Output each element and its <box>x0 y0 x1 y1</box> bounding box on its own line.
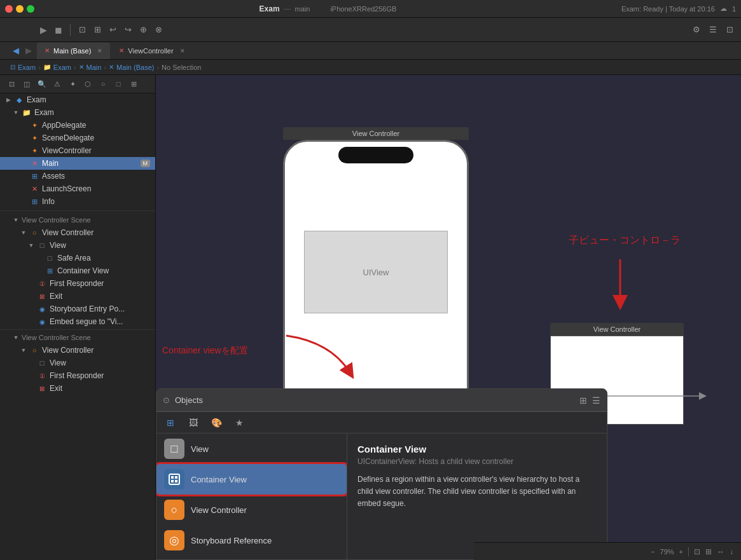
sidebar-icon-3[interactable]: 🔍 <box>36 78 48 90</box>
main-badge: M <box>141 160 151 167</box>
svg-rect-8 <box>175 480 177 482</box>
toolbar-right-1[interactable]: ⚙ <box>690 24 703 36</box>
layout-btn1[interactable]: ⊞ <box>705 547 712 556</box>
maximize-button[interactable] <box>27 5 34 13</box>
exam-folder-label: Exam <box>34 108 54 117</box>
red-highlight-border <box>156 462 347 496</box>
nav-back[interactable]: ◀ <box>10 44 22 57</box>
firstresponder-1-label: First Responder <box>50 279 104 288</box>
outline-firstresponder-1[interactable]: ① First Responder <box>0 277 155 290</box>
tab-close-main[interactable]: ✕ <box>97 48 102 54</box>
sidebar-icon-6[interactable]: ⬡ <box>81 78 94 90</box>
swift-icon-1: ✦ <box>29 120 39 130</box>
sidebar-icon-2[interactable]: ◫ <box>20 78 33 90</box>
list-view-toggle[interactable]: ☰ <box>592 395 600 406</box>
outline-section-1[interactable]: ▼ View Controller Scene <box>0 214 155 226</box>
sidebar-item-exam-folder[interactable]: ▼ 📁 Exam <box>0 106 155 119</box>
toolbar-icon-6[interactable]: ⊗ <box>152 24 165 36</box>
sidebar-icon-8[interactable]: □ <box>112 78 125 90</box>
obj-storyboard-ref[interactable]: ◎ Storyboard Reference <box>156 525 347 556</box>
toolbar-icon-4[interactable]: ↪ <box>121 24 134 36</box>
outline-view-1[interactable]: ▼ □ View <box>0 239 155 252</box>
outline-vc-2[interactable]: ▼ ○ View Controller <box>0 344 155 357</box>
zoom-in-btn[interactable]: + <box>679 548 683 556</box>
sidebar-icon-7[interactable]: ○ <box>97 78 109 90</box>
obj-view-icon: □ <box>164 439 184 459</box>
sidebar-item-viewcontroller[interactable]: ✦ ViewController <box>0 144 155 157</box>
viewcontroller-label: ViewController <box>42 146 92 155</box>
toolbar-right-3[interactable]: ⊡ <box>723 24 736 36</box>
outline-exit-2[interactable]: ⊠ Exit <box>0 382 155 395</box>
outline-vc-1[interactable]: ▼ ○ View Controller <box>0 226 155 239</box>
filter-images[interactable]: 🖼 <box>186 415 201 430</box>
stop-button[interactable]: ◼ <box>52 24 65 36</box>
zoom-out-btn[interactable]: − <box>651 548 654 556</box>
svg-rect-6 <box>175 476 177 479</box>
svg-rect-7 <box>171 480 174 482</box>
sidebar-item-project[interactable]: ▶ ◆ Exam <box>0 93 155 106</box>
toolbar-icon-2[interactable]: ⊞ <box>91 24 104 36</box>
outline-exit-1[interactable]: ⊠ Exit <box>0 290 155 303</box>
sidebar-icon-5[interactable]: ✦ <box>66 78 79 90</box>
obj-viewcontroller[interactable]: ○ View Controller <box>156 495 347 525</box>
fit-btn[interactable]: ⊡ <box>694 547 700 556</box>
sidebar-item-main[interactable]: ✕ Main M <box>0 157 155 170</box>
tab-viewcontroller[interactable]: ✕ ViewController ✕ <box>111 43 192 59</box>
toolbar-icon-5[interactable]: ⊕ <box>137 24 149 36</box>
obj-ref-label: Storyboard Reference <box>191 536 272 545</box>
outline-embed-segue[interactable]: ◉ Embed segue to "Vi... <box>0 315 155 328</box>
toolbar-icon-1[interactable]: ⊡ <box>76 24 88 36</box>
breadcrumb-exam2[interactable]: Exam <box>53 64 71 71</box>
zoom-bar: − 79% + ⊡ ⊞ ↔ ↓ <box>474 542 741 560</box>
toolbar-right-2[interactable]: ☰ <box>707 24 719 36</box>
phone-notch <box>338 147 413 163</box>
filter-colors[interactable]: 🎨 <box>209 415 224 430</box>
tab-main[interactable]: ✕ Main (Base) ✕ <box>37 43 110 59</box>
outline-firstresponder-2[interactable]: ① First Responder <box>0 369 155 382</box>
obj-container-view[interactable]: Container View <box>156 464 347 495</box>
titlebar-right: Exam: Ready | Today at 20:16 ☁ 1 <box>621 4 736 13</box>
exit-2-label: Exit <box>50 384 62 393</box>
objects-detail: Container View UIContainerView: Hosts a … <box>347 434 607 559</box>
objects-header-icon: ⊙ <box>163 395 170 405</box>
breadcrumb-exam1[interactable]: Exam <box>18 64 36 71</box>
tab-bar: ◀ ▶ ✕ Main (Base) ✕ ✕ ViewController ✕ <box>0 42 741 60</box>
sidebar-icon-9[interactable]: ⊞ <box>127 78 140 90</box>
info-icon: ⊞ <box>29 196 39 207</box>
layout-btn2[interactable]: ↔ <box>717 547 724 556</box>
obj-vc-label: View Controller <box>191 505 247 515</box>
filter-symbols[interactable]: ★ <box>232 415 247 430</box>
titlebar: Exam — main iPhoneXRRed256GB Exam: Ready… <box>0 0 741 18</box>
filter-all[interactable]: ⊞ <box>163 415 178 430</box>
outline-containerview[interactable]: ⊞ Container View <box>0 264 155 277</box>
nav-forward[interactable]: ▶ <box>23 44 34 57</box>
sidebar-item-assets[interactable]: ⊞ Assets <box>0 170 155 182</box>
sidebar-icon-4[interactable]: ⚠ <box>51 78 64 90</box>
vc-2-label: View Controller <box>42 346 93 355</box>
sidebar-item-info[interactable]: ⊞ Info <box>0 195 155 208</box>
outline-view-2[interactable]: □ View <box>0 357 155 369</box>
app-title: Exam <box>260 4 280 13</box>
inspect-btn[interactable]: ↓ <box>730 547 733 556</box>
obj-view[interactable]: □ View <box>156 434 347 464</box>
vcs1-label: View Controller Scene <box>22 216 91 224</box>
outline-section-2[interactable]: ▼ View Controller Scene <box>0 331 155 344</box>
breadcrumb-main1[interactable]: Main <box>87 64 102 71</box>
outline-safearea[interactable]: □ Safe Area <box>0 252 155 264</box>
sidebar-item-appdelegate[interactable]: ✦ AppDelegate <box>0 119 155 132</box>
minimize-button[interactable] <box>16 5 24 13</box>
grid-view-toggle[interactable]: ⊞ <box>579 395 587 406</box>
device-label: iPhoneXRRed256GB <box>330 5 396 13</box>
sidebar-icon-1[interactable]: ⊡ <box>5 78 18 90</box>
sidebar-item-scenedelegate[interactable]: ✦ SceneDelegate <box>0 132 155 144</box>
disclosure-vcs2: ▼ <box>13 334 19 341</box>
safearea-label: Safe Area <box>57 254 91 263</box>
close-button[interactable] <box>5 5 13 13</box>
tab-close-vc[interactable]: ✕ <box>180 48 185 54</box>
toolbar-icon-3[interactable]: ↩ <box>106 24 119 36</box>
sidebar-item-launchscreen[interactable]: ✕ LaunchScreen <box>0 182 155 195</box>
breadcrumb-main2[interactable]: Main (Base) <box>116 64 154 71</box>
firstresponder-icon-1: ① <box>37 278 47 289</box>
run-button[interactable]: ▶ <box>37 24 50 36</box>
outline-storyboard-entry[interactable]: ◉ Storyboard Entry Po... <box>0 303 155 315</box>
